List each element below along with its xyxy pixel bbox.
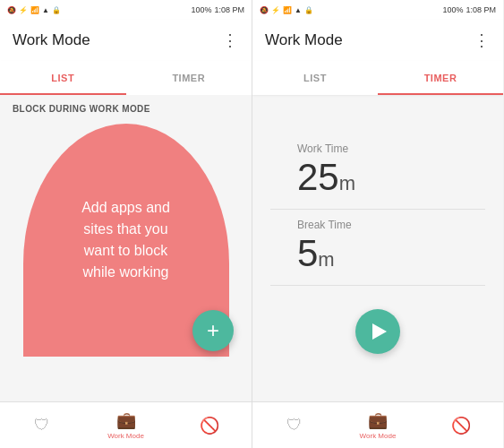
lock-icon-right: 🔒 [304,6,313,14]
bottom-nav-right: 🛡 💼 Work Mode 🚫 [252,401,503,448]
tab-timer-left[interactable]: TIMER [126,61,252,95]
tab-list-left[interactable]: LIST [0,61,126,95]
status-bar-left: 🔕 ⚡ 📶 ▲ 🔒 100% 1:08 PM [0,0,252,20]
break-time-label: Break Time [297,219,352,231]
signal-icon-right: 📶 [283,6,292,14]
nav-label-work-right: Work Mode [360,432,397,440]
status-right: 100% 1:08 PM [191,5,244,14]
nav-label-work-left: Work Mode [107,432,144,440]
briefcase-icon-right: 💼 [368,410,388,430]
menu-button-left[interactable]: ⋮ [222,30,239,50]
wifi-icon-right: ▲ [295,6,302,14]
mute-icon-right: 🔕 [260,6,269,14]
play-icon [372,323,387,340]
top-bar-right: Work Mode ⋮ [252,20,503,61]
wifi-icon: ▲ [42,6,49,14]
list-content: Add apps andsites that youwant to blockw… [0,121,252,401]
timer-content: Work Time 25m Break Time 5m [252,95,503,401]
tab-timer-right[interactable]: TIMER [378,61,503,95]
shield-icon-right: 🛡 [286,416,303,435]
tabs-right: LIST TIMER [252,61,503,95]
status-left-icons: 🔕 ⚡ 📶 ▲ 🔒 [7,6,61,14]
work-time-unit: m [339,172,355,194]
page-title-left: Work Mode [13,31,90,49]
tabs-left: LIST TIMER [0,61,252,95]
work-time-number: 25 [297,156,339,198]
lock-icon: 🔒 [52,6,61,14]
nav-item-work-right[interactable]: 💼 Work Mode [336,410,419,440]
work-time-block: Work Time 25m [270,142,485,210]
page-title-right: Work Mode [265,31,343,49]
play-button[interactable] [355,309,400,354]
battery-label: 100% [191,5,211,14]
break-time-number: 5 [297,232,318,274]
break-time-unit: m [318,248,334,271]
work-time-value-row: 25m [297,157,355,198]
nav-item-shield-right[interactable]: 🛡 [252,416,336,435]
bolt-icon: ⚡ [19,6,28,14]
top-bar-left: Work Mode ⋮ [0,20,252,61]
menu-button-right[interactable]: ⋮ [474,30,491,50]
left-panel: 🔕 ⚡ 📶 ▲ 🔒 100% 1:08 PM Work Mode ⋮ LIST … [0,0,252,448]
right-panel: 🔕 ⚡ 📶 ▲ 🔒 100% 1:08 PM Work Mode ⋮ LIST … [252,0,503,448]
nav-item-block-left[interactable]: 🚫 [167,416,252,435]
bottom-nav-left: 🛡 💼 Work Mode 🚫 [0,401,252,448]
time-label-right: 1:08 PM [466,5,496,14]
block-icon-left: 🚫 [200,416,219,435]
tab-list-right[interactable]: LIST [252,61,378,95]
briefcase-icon-left: 💼 [116,410,136,430]
work-time-label: Work Time [297,142,348,155]
battery-label-right: 100% [442,5,463,14]
add-fab-button[interactable]: + [192,310,234,351]
time-label: 1:08 PM [214,5,244,14]
break-time-block: Break Time 5m [270,219,485,286]
status-right-right: 100% 1:08 PM [442,5,496,14]
break-time-value-row: 5m [297,233,335,274]
signal-icon: 📶 [30,6,39,14]
status-bar-right: 🔕 ⚡ 📶 ▲ 🔒 100% 1:08 PM [252,0,503,20]
status-left-icons-right: 🔕 ⚡ 📶 ▲ 🔒 [260,6,313,14]
nav-item-block-right[interactable]: 🚫 [420,416,503,435]
block-icon-right: 🚫 [451,416,471,435]
nav-item-work-left[interactable]: 💼 Work Mode [84,410,168,440]
shield-icon-left: 🛡 [34,416,50,435]
section-label: BLOCK DURING WORK MODE [0,95,252,121]
bolt-icon-right: ⚡ [271,6,280,14]
blob-text: Add apps andsites that youwant to blockw… [64,179,188,301]
nav-item-shield-left[interactable]: 🛡 [0,416,84,435]
mute-icon: 🔕 [7,6,16,14]
